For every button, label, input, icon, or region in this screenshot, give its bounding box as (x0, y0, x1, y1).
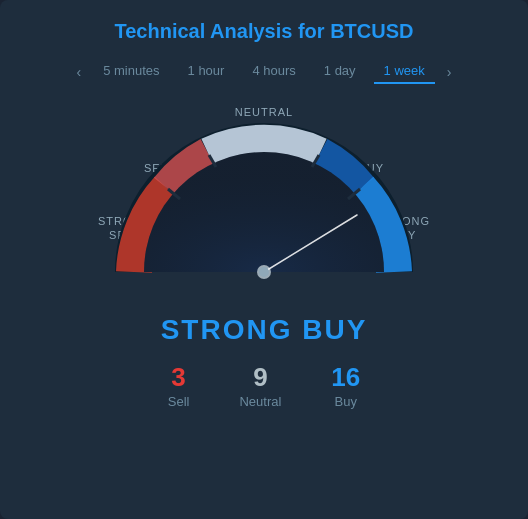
page-title: Technical Analysis for BTCUSD (115, 20, 414, 43)
stats-row: 3 Sell 9 Neutral 16 Buy (168, 364, 361, 409)
label-neutral: NEUTRAL (235, 106, 293, 118)
tab-arrow-left[interactable]: ‹ (73, 62, 86, 82)
tab-1d[interactable]: 1 day (314, 59, 366, 84)
stat-neutral-value: 9 (253, 364, 267, 390)
stat-neutral: 9 Neutral (239, 364, 281, 409)
tab-arrow-right[interactable]: › (443, 62, 456, 82)
tab-1w[interactable]: 1 week (374, 59, 435, 84)
stat-buy-value: 16 (331, 364, 360, 390)
tab-4h[interactable]: 4 hours (242, 59, 305, 84)
timeframe-tabs: ‹ 5 minutes 1 hour 4 hours 1 day 1 week … (73, 59, 456, 84)
tab-1h[interactable]: 1 hour (178, 59, 235, 84)
title-symbol: BTCUSD (330, 20, 413, 42)
stat-buy: 16 Buy (331, 364, 360, 409)
stat-sell: 3 Sell (168, 364, 190, 409)
gauge-container: NEUTRAL SELL BUY STRONG SELL STRONG BUY (84, 104, 444, 304)
stat-sell-label: Sell (168, 394, 190, 409)
stat-neutral-label: Neutral (239, 394, 281, 409)
title-prefix: Technical Analysis for (115, 20, 331, 42)
signal-text: STRONG BUY (161, 314, 368, 346)
stat-sell-value: 3 (171, 364, 185, 390)
stat-buy-label: Buy (335, 394, 357, 409)
svg-point-6 (259, 267, 269, 277)
gauge-svg (114, 122, 414, 292)
tab-5min[interactable]: 5 minutes (93, 59, 169, 84)
main-container: Technical Analysis for BTCUSD ‹ 5 minute… (0, 0, 528, 519)
